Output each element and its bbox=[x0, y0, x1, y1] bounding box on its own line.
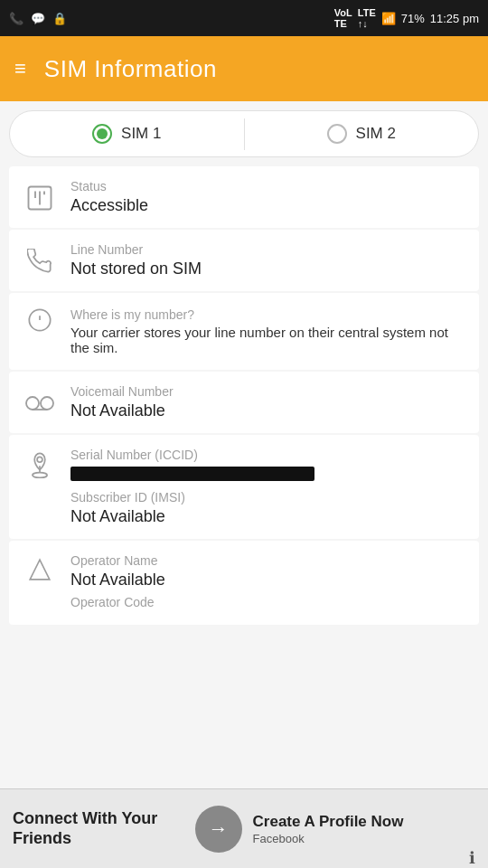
whatsapp-icon: 💬 bbox=[31, 12, 45, 25]
status-label: Status bbox=[70, 179, 465, 193]
status-value: Accessible bbox=[70, 196, 465, 215]
info-list: Status Accessible Line Number Not stored… bbox=[0, 166, 488, 625]
status-content: Status Accessible bbox=[70, 179, 465, 215]
signal-icon: 📶 bbox=[381, 12, 396, 25]
line-number-value: Not stored on SIM bbox=[70, 259, 465, 278]
page-title: SIM Information bbox=[44, 55, 217, 83]
operator-name-label: Operator Name bbox=[70, 553, 465, 568]
sim2-option[interactable]: SIM 2 bbox=[245, 111, 479, 156]
line-number-icon bbox=[23, 249, 56, 274]
operator-card: Operator Name Not Available Operator Cod… bbox=[9, 541, 479, 625]
battery-level: 71% bbox=[401, 12, 425, 25]
app-bar: ≡ SIM Information bbox=[0, 36, 488, 101]
sim-selector: SIM 1 SIM 2 bbox=[9, 110, 479, 157]
combined-content: Serial Number (ICCID) Subscriber ID (IMS… bbox=[70, 448, 465, 526]
status-bar: 📞 💬 🔒 VoLTE LTE↑↓ 📶 71% 11:25 pm bbox=[0, 0, 488, 36]
ad-info-icon[interactable]: ℹ bbox=[469, 848, 475, 868]
status-card: Status Accessible bbox=[9, 166, 479, 228]
line-number-label: Line Number bbox=[70, 242, 465, 257]
lte-indicator: LTE↑↓ bbox=[358, 7, 376, 29]
ad-arrow-button[interactable]: → bbox=[195, 806, 242, 853]
voicemail-label: Voicemail Number bbox=[70, 384, 465, 399]
serial-label: Serial Number (ICCID) bbox=[70, 448, 465, 462]
voicemail-icon bbox=[23, 392, 56, 415]
ad-right: Create A Profile Now Facebook bbox=[253, 812, 458, 845]
subscriber-label: Subscriber ID (IMSI) bbox=[70, 490, 465, 505]
sim1-label: SIM 1 bbox=[121, 125, 161, 143]
sim1-option[interactable]: SIM 1 bbox=[10, 111, 244, 156]
hamburger-menu[interactable]: ≡ bbox=[14, 57, 26, 80]
where-number-content: Where is my number? Your carrier stores … bbox=[70, 307, 465, 355]
svg-point-8 bbox=[41, 397, 53, 410]
svg-point-11 bbox=[33, 473, 47, 478]
ad-title: Connect With Your Friends bbox=[13, 809, 157, 847]
serial-value bbox=[70, 465, 465, 481]
status-bar-right: VoLTE LTE↑↓ 📶 71% 11:25 pm bbox=[334, 7, 479, 29]
line-number-content: Line Number Not stored on SIM bbox=[70, 242, 465, 278]
voicemail-card: Voicemail Number Not Available bbox=[9, 372, 479, 433]
svg-marker-13 bbox=[30, 560, 50, 580]
volte-indicator: VoLTE bbox=[334, 7, 352, 29]
where-number-value: Your carrier stores your line number on … bbox=[70, 325, 465, 355]
where-number-card: Where is my number? Your carrier stores … bbox=[9, 293, 479, 370]
operator-name-value: Not Available bbox=[70, 571, 465, 590]
notification-icon: 🔒 bbox=[52, 12, 67, 25]
sim1-radio-inner bbox=[97, 128, 108, 139]
ad-banner: Connect With Your Friends → Create A Pro… bbox=[0, 788, 488, 868]
subscriber-section: Subscriber ID (IMSI) Not Available bbox=[70, 490, 465, 526]
ad-sub-text: Facebook bbox=[253, 832, 458, 845]
ad-left-text: Connect With Your Friends bbox=[13, 809, 184, 848]
serial-section: Serial Number (ICCID) bbox=[70, 448, 465, 481]
operator-content: Operator Name Not Available Operator Cod… bbox=[70, 553, 465, 612]
status-bar-left: 📞 💬 🔒 bbox=[9, 12, 67, 25]
subscriber-value: Not Available bbox=[70, 507, 465, 526]
time-display: 11:25 pm bbox=[430, 12, 479, 25]
phone-icon: 📞 bbox=[9, 12, 23, 25]
arrow-icon: → bbox=[209, 817, 229, 841]
serial-icon bbox=[23, 448, 56, 526]
where-number-label: Where is my number? bbox=[70, 307, 465, 322]
svg-point-7 bbox=[26, 397, 39, 410]
sim2-label: SIM 2 bbox=[356, 125, 396, 143]
sim2-radio[interactable] bbox=[327, 124, 347, 144]
serial-subscriber-card: Serial Number (ICCID) Subscriber ID (IMS… bbox=[9, 435, 479, 539]
where-number-icon bbox=[23, 307, 56, 333]
sim1-radio[interactable] bbox=[92, 124, 112, 144]
ad-cta-text: Create A Profile Now bbox=[253, 812, 458, 832]
voicemail-value: Not Available bbox=[70, 401, 465, 420]
svg-point-10 bbox=[37, 457, 42, 462]
line-number-card: Line Number Not stored on SIM bbox=[9, 230, 479, 291]
status-icon bbox=[23, 184, 56, 212]
voicemail-content: Voicemail Number Not Available bbox=[70, 384, 465, 420]
operator-code-label: Operator Code bbox=[70, 595, 465, 609]
operator-icon bbox=[23, 553, 56, 612]
